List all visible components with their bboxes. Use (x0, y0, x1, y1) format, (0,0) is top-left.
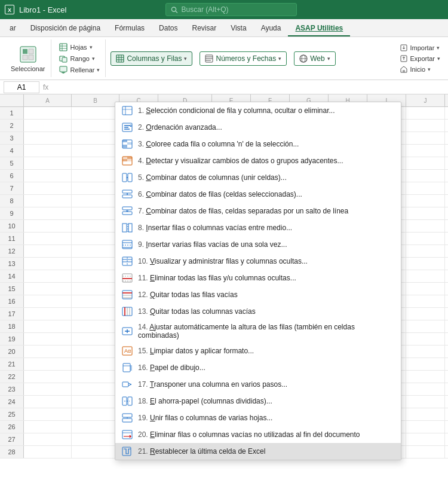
grid-cell[interactable] (72, 358, 119, 370)
grid-cell[interactable] (72, 333, 119, 345)
grid-cell[interactable] (406, 207, 445, 219)
grid-cell[interactable] (445, 358, 448, 370)
grid-cell[interactable] (445, 346, 448, 357)
grid-cell[interactable] (445, 170, 448, 182)
grid-cell[interactable] (24, 320, 72, 332)
grid-cell[interactable] (445, 333, 448, 345)
grid-cell[interactable] (406, 270, 445, 282)
grid-cell[interactable] (72, 396, 119, 408)
grid-cell[interactable] (24, 333, 72, 345)
grid-cell[interactable] (72, 145, 119, 157)
grid-cell[interactable] (24, 120, 72, 132)
grid-cell[interactable] (72, 283, 119, 295)
grid-cell[interactable] (72, 182, 119, 194)
grid-cell[interactable] (72, 371, 119, 383)
menu-item[interactable]: 21. Restablecer la última celda de Excel (115, 443, 401, 460)
grid-cell[interactable] (24, 220, 72, 232)
grid-cell[interactable] (406, 245, 445, 257)
grid-cell[interactable] (72, 132, 119, 144)
grid-cell[interactable] (72, 433, 119, 445)
grid-cell[interactable] (406, 182, 445, 194)
menu-item[interactable]: 11. Eliminar todas las filas y/u columna… (115, 270, 401, 286)
numeros-fechas-button[interactable]: Números y Fechas ▾ (200, 51, 287, 66)
grid-cell[interactable] (24, 283, 72, 295)
grid-cell[interactable] (445, 145, 448, 157)
web-button[interactable]: Web ▾ (294, 51, 335, 66)
grid-cell[interactable] (72, 383, 119, 395)
tab-vista[interactable]: Vista (223, 20, 253, 36)
grid-cell[interactable] (445, 195, 448, 207)
grid-cell[interactable] (24, 408, 72, 420)
grid-cell[interactable] (445, 433, 448, 445)
rango-button[interactable]: Rango ▾ (56, 53, 103, 64)
menu-item[interactable]: 7. Combinar datos de filas, celdas separ… (115, 203, 401, 219)
menu-item[interactable]: 4. Detectar y visualizar cambios de dato… (115, 152, 401, 169)
tab-ayuda[interactable]: Ayuda (254, 20, 289, 36)
grid-cell[interactable] (445, 107, 448, 119)
grid-cell[interactable] (445, 207, 448, 219)
grid-cell[interactable] (406, 396, 445, 408)
menu-item[interactable]: 19. Unir filas o columnas de varias hoja… (115, 409, 401, 426)
grid-cell[interactable] (445, 258, 448, 270)
importar-button[interactable]: Importar ▾ (397, 43, 443, 53)
grid-cell[interactable] (72, 446, 119, 458)
grid-cell[interactable] (24, 308, 72, 320)
grid-cell[interactable] (406, 132, 445, 144)
grid-cell[interactable] (445, 383, 448, 395)
search-input[interactable] (182, 5, 291, 14)
grid-cell[interactable] (24, 145, 72, 157)
name-box[interactable] (4, 81, 39, 93)
grid-cell[interactable] (72, 207, 119, 219)
grid-cell[interactable] (406, 371, 445, 383)
menu-item[interactable]: 8. Insertar filas o columnas vacías entr… (115, 219, 401, 236)
menu-item[interactable]: 13. Quitar todas las columnas vacías (115, 303, 401, 320)
grid-cell[interactable] (24, 258, 72, 270)
menu-item[interactable]: Aα15. Limpiar datos y aplicar formato... (115, 343, 401, 359)
select-button[interactable]: Seleccionar (7, 42, 48, 75)
grid-cell[interactable] (72, 157, 119, 169)
hojas-button[interactable]: Hojas ▾ (56, 42, 103, 53)
grid-cell[interactable] (406, 320, 445, 332)
grid-cell[interactable] (445, 308, 448, 320)
grid-cell[interactable] (24, 107, 72, 119)
grid-cell[interactable] (24, 421, 72, 433)
grid-cell[interactable] (24, 157, 72, 169)
grid-cell[interactable] (72, 346, 119, 357)
menu-item[interactable]: 3. Coloree cada fila o columna 'n' de la… (115, 136, 401, 152)
grid-cell[interactable] (72, 233, 119, 244)
grid-cell[interactable] (406, 145, 445, 157)
tab-asap-utilities[interactable]: ASAP Utilities (288, 20, 350, 36)
menu-item[interactable]: 17. Transponer una columna en varios pas… (115, 376, 401, 393)
grid-cell[interactable] (406, 446, 445, 458)
grid-cell[interactable] (24, 207, 72, 219)
grid-cell[interactable] (72, 270, 119, 282)
menu-item[interactable]: 6. Combinar datos de filas (celdas selec… (115, 186, 401, 203)
grid-cell[interactable] (72, 195, 119, 207)
grid-cell[interactable] (406, 233, 445, 244)
grid-cell[interactable] (406, 333, 445, 345)
menu-item[interactable]: 10. Visualizar y administrar filas y col… (115, 253, 401, 270)
grid-cell[interactable] (406, 295, 445, 307)
grid-cell[interactable] (406, 433, 445, 445)
grid-cell[interactable] (406, 421, 445, 433)
grid-cell[interactable] (24, 270, 72, 282)
menu-item[interactable]: 18. El ahorra-papel (columnas divididas)… (115, 393, 401, 409)
grid-cell[interactable] (24, 371, 72, 383)
grid-cell[interactable] (72, 120, 119, 132)
grid-cell[interactable] (406, 408, 445, 420)
menu-item[interactable]: 1. Selección condicional de fila y colum… (115, 102, 401, 119)
inicio-button[interactable]: Inicio ▾ (397, 65, 443, 74)
grid-cell[interactable] (406, 107, 445, 119)
grid-cell[interactable] (72, 408, 119, 420)
tab-revisar[interactable]: Revisar (185, 20, 223, 36)
grid-cell[interactable] (445, 245, 448, 257)
search-bar[interactable] (165, 3, 297, 16)
columnas-filas-button[interactable]: Columnas y Filas ▾ (111, 51, 192, 66)
grid-cell[interactable] (445, 295, 448, 307)
grid-cell[interactable] (406, 220, 445, 232)
grid-cell[interactable] (406, 358, 445, 370)
grid-cell[interactable] (72, 320, 119, 332)
menu-item[interactable]: 5. Combinar datos de columnas (unir celd… (115, 169, 401, 186)
grid-cell[interactable] (72, 421, 119, 433)
tab-ar[interactable]: ar (2, 20, 23, 36)
